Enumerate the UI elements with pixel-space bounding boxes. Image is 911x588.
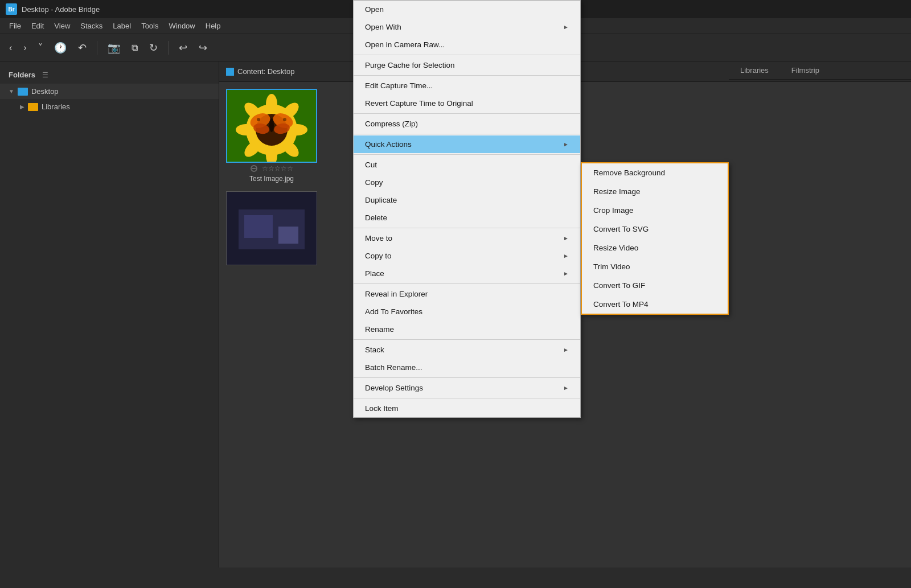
open-with-arrow: ► xyxy=(563,24,569,30)
quick-actions-arrow: ► xyxy=(563,141,569,147)
recent-button[interactable]: ˅ xyxy=(35,40,46,55)
ctx-delete[interactable]: Delete xyxy=(354,209,580,227)
back-button[interactable]: ‹ xyxy=(6,40,15,55)
redo-button[interactable]: ↪ xyxy=(195,39,211,56)
svg-point-2 xyxy=(266,94,277,114)
camera-button[interactable]: 📷 xyxy=(104,39,124,56)
ctx-sep-10 xyxy=(354,398,580,398)
ctx-purge-cache[interactable]: Purge Cache for Selection xyxy=(354,56,580,74)
expand-arrow-libraries[interactable]: ▶ xyxy=(20,104,24,110)
ctx-sep-2 xyxy=(354,75,580,76)
ctx-open-with[interactable]: Open With ► xyxy=(354,18,580,36)
ctx-convert-svg[interactable]: Convert To SVG xyxy=(582,220,728,239)
sidebar-libraries-label: Libraries xyxy=(42,102,70,111)
forward-button[interactable]: › xyxy=(20,40,30,55)
menu-help[interactable]: Help xyxy=(201,19,225,32)
quick-actions-submenu: Remove Background Resize Image Crop Imag… xyxy=(581,162,729,315)
ctx-sep-5 xyxy=(354,154,580,155)
no-entry-icon xyxy=(251,165,257,172)
menu-window[interactable]: Window xyxy=(165,19,200,32)
copy-layout-button[interactable]: ⧉ xyxy=(128,40,141,55)
ctx-stack[interactable]: Stack ► xyxy=(354,341,580,359)
ctx-open[interactable]: Open xyxy=(354,1,580,18)
svg-rect-21 xyxy=(278,227,298,244)
ctx-sep-6 xyxy=(354,228,580,228)
ctx-sep-9 xyxy=(354,377,580,378)
folders-label: Folders xyxy=(9,71,35,79)
ctx-place[interactable]: Place ► xyxy=(354,265,580,282)
tab-libraries[interactable]: Libraries xyxy=(729,61,780,79)
ctx-reveal-explorer[interactable]: Reveal in Explorer xyxy=(354,285,580,303)
history-button[interactable]: 🕐 xyxy=(51,39,70,56)
ctx-rename[interactable]: Rename xyxy=(354,320,580,338)
ctx-revert-capture-time[interactable]: Revert Capture Time to Original xyxy=(354,94,580,112)
menu-stacks[interactable]: Stacks xyxy=(76,19,107,32)
place-arrow: ► xyxy=(563,270,569,277)
ctx-open-camera-raw[interactable]: Open in Camera Raw... xyxy=(354,36,580,54)
svg-point-11 xyxy=(269,118,274,132)
sidebar-header: Folders ☰ xyxy=(0,66,219,84)
move-to-arrow: ► xyxy=(563,235,569,241)
menu-edit[interactable]: Edit xyxy=(27,19,48,32)
ctx-sep-3 xyxy=(354,113,580,114)
svg-point-17 xyxy=(283,118,286,121)
toolbar-separator-2 xyxy=(168,41,169,55)
menu-view[interactable]: View xyxy=(50,19,75,32)
sidebar-item-desktop[interactable]: ▼ Desktop xyxy=(0,84,219,99)
thumb-meta: ☆☆☆☆☆ xyxy=(226,165,317,172)
ctx-lock-item[interactable]: Lock Item xyxy=(354,400,580,417)
ctx-sep-8 xyxy=(354,339,580,340)
thumb-img-test-image xyxy=(226,89,317,163)
ctx-copy-to[interactable]: Copy to ► xyxy=(354,247,580,265)
ctx-sep-7 xyxy=(354,283,580,284)
ctx-sep-1 xyxy=(354,55,580,55)
right-tabs: Libraries Filmstrip xyxy=(729,61,911,80)
thumb-name: Test Image.jpg xyxy=(226,175,317,183)
window-title: Desktop - Adobe Bridge xyxy=(22,5,100,14)
libraries-folder-icon xyxy=(28,103,38,111)
expand-arrow-desktop[interactable]: ▼ xyxy=(9,88,14,94)
ctx-batch-rename[interactable]: Batch Rename... xyxy=(354,359,580,376)
ctx-crop-image[interactable]: Crop Image xyxy=(582,201,728,220)
thumb-img-2 xyxy=(226,191,317,265)
menu-label[interactable]: Label xyxy=(108,19,136,32)
app-logo: Br xyxy=(6,3,17,15)
content-header-icon xyxy=(226,68,234,76)
content-header-label: Content: Desktop xyxy=(237,67,294,76)
ctx-convert-mp4[interactable]: Convert To MP4 xyxy=(582,295,728,314)
ctx-convert-gif[interactable]: Convert To GIF xyxy=(582,276,728,295)
folders-menu-icon[interactable]: ☰ xyxy=(42,71,48,79)
sidebar: Folders ☰ ▼ Desktop ▶ Libraries xyxy=(0,61,219,568)
sidebar-item-libraries[interactable]: ▶ Libraries xyxy=(0,99,219,114)
ctx-resize-video[interactable]: Resize Video xyxy=(582,239,728,257)
second-image xyxy=(227,192,316,264)
stack-arrow: ► xyxy=(563,347,569,353)
ctx-add-favorites[interactable]: Add To Favorites xyxy=(354,303,580,320)
tab-filmstrip[interactable]: Filmstrip xyxy=(780,61,831,79)
ctx-trim-video[interactable]: Trim Video xyxy=(582,257,728,276)
ctx-copy[interactable]: Copy xyxy=(354,174,580,191)
thumb-item-2[interactable] xyxy=(226,191,317,265)
ctx-quick-actions[interactable]: Quick Actions ► xyxy=(354,135,580,153)
ctx-compress-zip[interactable]: Compress (Zip) xyxy=(354,115,580,133)
svg-rect-20 xyxy=(244,215,273,238)
ctx-resize-image[interactable]: Resize Image xyxy=(582,182,728,201)
ctx-edit-capture-time[interactable]: Edit Capture Time... xyxy=(354,77,580,94)
rotate-ccw-button[interactable]: ↶ xyxy=(75,39,90,56)
refresh-button[interactable]: ↻ xyxy=(146,39,161,56)
ctx-remove-background[interactable]: Remove Background xyxy=(582,163,728,182)
menu-tools[interactable]: Tools xyxy=(137,19,163,32)
svg-point-16 xyxy=(257,118,260,121)
ctx-cut[interactable]: Cut xyxy=(354,156,580,174)
toolbar-separator-1 xyxy=(97,41,97,55)
ctx-develop-settings[interactable]: Develop Settings ► xyxy=(354,379,580,397)
menu-file[interactable]: File xyxy=(5,19,26,32)
ctx-move-to[interactable]: Move to ► xyxy=(354,229,580,247)
thumb-stars: ☆☆☆☆☆ xyxy=(262,165,293,172)
ctx-duplicate[interactable]: Duplicate xyxy=(354,191,580,209)
sidebar-desktop-label: Desktop xyxy=(31,87,59,96)
sunflower-image xyxy=(227,90,316,162)
ctx-sep-4 xyxy=(354,134,580,134)
desktop-folder-icon xyxy=(18,88,28,96)
undo-button[interactable]: ↩ xyxy=(175,39,191,56)
